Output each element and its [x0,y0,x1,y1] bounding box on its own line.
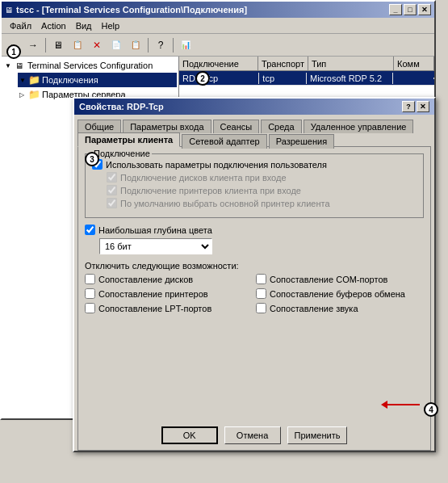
checkbox-com-map-label: Сопоставление COM-портов [270,275,387,284]
annotation-1: 1 [6,44,21,59]
tree-item-connections[interactable]: ▼ 📁 Подключения [18,73,177,87]
toolbar: ← → 🖥 📋 ✕ 📄 📋 ? 📊 [2,34,434,57]
disable-section-label: Отключить следующие возможности: [85,261,424,271]
cell-comment [393,78,434,79]
minimize-button[interactable]: _ [389,4,402,15]
window-title: tscc - [Terminal Services Configuration\… [16,5,247,15]
disable-section: Отключить следующие возможности: Сопоста… [85,261,424,316]
checkbox-lpt-map-input[interactable] [85,303,95,313]
color-depth-dropdown-row: 8 бит 15 бит 16 бит 24 бит 32 бит [99,238,424,254]
cancel-button[interactable]: Отмена [224,426,281,444]
dialog-title-text: Свойства: RDP-Tcp [79,102,164,111]
tab-login-params[interactable]: Параметры входа [123,120,211,133]
properties-dialog: Свойства: RDP-Tcp ? ✕ Общие Параметры вх… [73,97,436,452]
close-button[interactable]: ✕ [418,4,431,15]
checkbox-sound-map[interactable]: Сопоставление звука [256,303,424,313]
tab-sessions[interactable]: Сеансы [213,120,260,133]
cell-type: Microsoft RDP 5.2 [307,73,393,84]
dialog-help-button[interactable]: ? [402,101,415,112]
dialog-footer: OK Отмена Применить [74,426,434,444]
arrow-line [387,404,420,405]
checkbox-clipboard-map-input[interactable] [256,288,266,299]
checkbox-com-map-input[interactable] [256,274,266,284]
folder-icon-2: 📁 [27,88,40,101]
checkbox-use-user-settings[interactable]: Использовать параметры подключения польз… [92,159,417,170]
menu-file[interactable]: Файл [5,19,36,32]
apply-button[interactable]: Применить [287,426,348,444]
checkbox-clipboard-map-label: Сопоставление буферов обмена [270,289,405,299]
delete-button[interactable]: ✕ [88,36,106,54]
col-header-transport[interactable]: Транспорт [258,57,308,70]
color-depth-select[interactable]: 8 бит 15 бит 16 бит 24 бит 32 бит [99,238,212,254]
chart-button[interactable]: 📊 [177,36,195,54]
checkbox-lpt-map[interactable]: Сопоставление LPT-портов [85,303,253,313]
annotation-3: 3 [85,152,99,166]
tab-permissions[interactable]: Разрешения [269,134,334,149]
tab-client-params[interactable]: Параметры клиента [77,132,180,147]
menu-view[interactable]: Вид [71,19,97,32]
tab-general[interactable]: Общие [77,120,121,133]
checkbox-printer-label: Подключение принтеров клиента при входе [120,186,301,195]
color-depth-section: Наибольшая глубина цвета 8 бит 15 бит 16… [85,225,424,254]
checkbox-clipboard-map[interactable]: Сопоставление буферов обмена [256,288,424,299]
checkbox-printer-map-input[interactable] [85,288,95,299]
disable-checkboxes-grid: Сопоставление дисков Сопоставление COM-п… [85,274,424,316]
tab-remote-control[interactable]: Удаленное управление [304,120,414,133]
help-button[interactable]: ? [152,36,170,54]
checkbox-disk-map-input[interactable] [85,274,95,284]
checkbox-lpt-map-label: Сопоставление LPT-портов [98,304,211,313]
connect-button[interactable]: 🖥 [49,36,67,54]
expand-icon-3: ▷ [19,91,27,99]
maximize-button[interactable]: □ [404,4,417,15]
checkbox-disk-map-label: Сопоставление дисков [98,275,193,284]
checkbox-disk-input [107,172,117,183]
tab-environment[interactable]: Среда [261,120,301,133]
tab-content: Подключение Использовать параметры подкл… [77,146,431,451]
title-bar: 🖥 tscc - [Terminal Services Configuratio… [2,2,434,18]
menu-bar: Файл Action Вид Help [2,18,434,34]
folder-icon-1: 📁 [27,74,40,86]
checkbox-max-color[interactable]: Наибольшая глубина цвета [85,225,424,235]
toolbar-separator-2 [148,38,149,52]
col-header-comment[interactable]: Комм [394,57,434,70]
tree-root-label: Terminal Services Configuration [27,61,153,70]
tree-connections-label: Подключения [42,75,98,85]
cell-transport: tcp [259,73,307,84]
properties-button[interactable]: 📄 [107,36,125,54]
section-connection: Подключение Использовать параметры подкл… [85,153,424,218]
checkbox-default-printer: По умолчанию выбрать основной принтер кл… [107,198,417,208]
forward-button[interactable]: → [24,36,42,54]
toolbar-separator-1 [45,38,46,52]
menu-help[interactable]: Help [97,19,125,32]
ok-button[interactable]: OK [161,426,218,444]
checkbox-max-color-label: Наибольшая глубина цвета [98,225,212,235]
checkbox-disk-map[interactable]: Сопоставление дисков [85,274,253,284]
col-header-connection[interactable]: Подключение [179,57,258,70]
cell-connection-name: RDP-Tcp [179,73,259,84]
toolbar-separator-3 [173,38,174,52]
tree-item-root[interactable]: ▼ 🖥 Terminal Services Configuration [3,58,177,73]
checkbox-max-color-input[interactable] [85,225,95,235]
checkbox-use-user-settings-label: Использовать параметры подключения польз… [106,160,327,170]
annotation-4: 4 [424,402,438,417]
annotation-2: 2 [195,71,210,86]
checkbox-default-printer-label: По умолчанию выбрать основной принтер кл… [120,199,330,208]
tab-network-adapter[interactable]: Сетевой адаптер [182,134,267,149]
expand-icon-2: ▼ [19,77,27,84]
checkbox-sound-map-label: Сопоставление звука [270,304,358,313]
checkbox-com-map[interactable]: Сопоставление COM-портов [256,274,424,284]
checkbox-sound-map-input[interactable] [256,303,266,313]
expand-icon: ▼ [5,62,13,69]
refresh-button[interactable]: 📋 [127,36,144,54]
app-icon: 🖥 [5,6,13,15]
list-row[interactable]: RDP-Tcp tcp Microsoft RDP 5.2 [179,71,434,86]
dialog-close-button[interactable]: ✕ [417,101,429,112]
copy-button[interactable]: 📋 [69,36,86,54]
computer-icon: 🖥 [13,59,26,72]
checkbox-default-printer-input [107,198,117,208]
checkbox-printer-input [107,185,117,195]
col-header-type[interactable]: Тип [308,57,394,70]
tab-row: Общие Параметры входа Сеансы Среда Удале… [77,118,431,132]
menu-action[interactable]: Action [36,19,71,32]
checkbox-printer-map[interactable]: Сопоставление принтеров [85,288,253,299]
